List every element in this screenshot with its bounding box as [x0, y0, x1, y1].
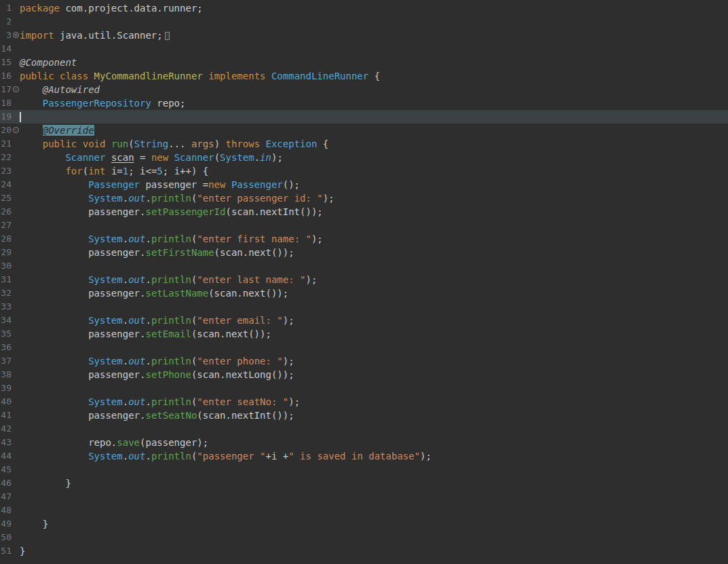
indent: [20, 478, 65, 489]
code-text: [20, 504, 728, 517]
code-line[interactable]: 24 Passenger passenger =new Passenger();: [0, 178, 728, 191]
code-line[interactable]: 45: [0, 463, 728, 476]
gutter: 46: [0, 476, 20, 490]
line-number: 18: [0, 96, 12, 110]
code-line[interactable]: 25 System.out.println("enter passenger i…: [0, 191, 728, 205]
indent: [20, 247, 88, 258]
indent: [20, 410, 88, 421]
gutter: 21: [0, 137, 20, 151]
code-text: }: [20, 517, 728, 531]
code-line[interactable]: 20- @Override: [0, 124, 728, 137]
code-line[interactable]: 40 System.out.println("enter seatNo: ");: [0, 395, 728, 409]
code-token: );: [420, 451, 432, 462]
gutter: 28: [0, 232, 20, 246]
code-line[interactable]: 36: [0, 341, 728, 354]
code-text: [20, 42, 728, 56]
indent: [20, 274, 88, 285]
code-token: implements: [208, 71, 265, 81]
gutter: 32: [0, 286, 20, 300]
indent: [20, 451, 88, 462]
code-line[interactable]: 35 passenger.setEmail(scan.next());: [0, 327, 728, 341]
code-line[interactable]: 21 public void run(String... args) throw…: [0, 137, 728, 151]
code-line[interactable]: 33: [0, 300, 728, 314]
code-line[interactable]: 41 passenger.setSeatNo(scan.nextInt());: [0, 409, 728, 422]
code-line[interactable]: 19: [0, 110, 728, 124]
code-line[interactable]: 31 System.out.println("enter last name: …: [0, 273, 728, 286]
code-line[interactable]: 17- @Autowired: [0, 83, 728, 96]
line-number: 39: [0, 381, 12, 395]
fold-minus-icon[interactable]: -: [12, 83, 20, 96]
code-token: passenger.: [88, 369, 145, 380]
code-line[interactable]: 37 System.out.println("enter phone: ");: [0, 354, 728, 368]
fold-spacer: [12, 314, 20, 327]
code-line[interactable]: 22 Scanner scan = new Scanner(System.in)…: [0, 151, 728, 164]
code-line[interactable]: 18 PassengerRepository repo;: [0, 96, 728, 110]
code-line[interactable]: 44 System.out.println("passenger "+i +" …: [0, 449, 728, 463]
fold-plus-icon[interactable]: +: [12, 29, 20, 42]
code-line[interactable]: 16public class MyCommandlineRunner imple…: [0, 69, 728, 83]
code-line[interactable]: 29 passenger.setFirstName(scan.next());: [0, 246, 728, 259]
gutter: 22: [0, 151, 20, 164]
code-line[interactable]: 26 passenger.setPassengerId(scan.nextInt…: [0, 205, 728, 219]
indent: [20, 519, 43, 529]
code-text: }: [20, 544, 728, 558]
indent: [20, 396, 88, 407]
code-line[interactable]: 2: [0, 15, 728, 29]
code-line[interactable]: 23 for(int i=1; i<=5; i++) {: [0, 164, 728, 178]
code-line[interactable]: 43 repo.save(passenger);: [0, 436, 728, 449]
code-token: );: [288, 396, 300, 407]
code-text: passenger.setEmail(scan.next());: [20, 327, 728, 341]
code-line[interactable]: 32 passenger.setLastName(scan.next());: [0, 286, 728, 300]
code-token: args: [191, 138, 214, 149]
code-token: com.project.data.runner;: [60, 3, 203, 14]
code-line[interactable]: 39: [0, 381, 728, 395]
line-number: 33: [0, 300, 12, 314]
code-token: public: [43, 138, 77, 149]
code-line[interactable]: 28 System.out.println("enter first name:…: [0, 232, 728, 246]
fold-toggle-glyph: +: [13, 32, 19, 38]
code-line[interactable]: 49 }: [0, 517, 728, 531]
line-number: 27: [0, 219, 12, 232]
code-token: );: [283, 356, 294, 366]
code-line[interactable]: 27: [0, 219, 728, 232]
code-line[interactable]: 34 System.out.println("enter email: ");: [0, 314, 728, 327]
code-token: System: [88, 315, 123, 326]
code-line[interactable]: 48: [0, 504, 728, 517]
code-token: }: [43, 519, 48, 529]
code-line[interactable]: 51}: [0, 544, 728, 558]
line-number: 38: [0, 368, 12, 381]
gutter: 33: [0, 300, 20, 314]
code-line[interactable]: 1package com.project.data.runner;: [0, 1, 728, 15]
code-token: System: [88, 233, 123, 244]
code-token: i=: [105, 166, 122, 176]
code-line[interactable]: 14: [0, 42, 728, 56]
code-token: passenger =: [140, 179, 208, 190]
code-token: passenger.: [88, 288, 145, 299]
code-line[interactable]: 50: [0, 531, 728, 544]
fold-spacer: [12, 490, 20, 504]
code-token: (passenger);: [140, 437, 208, 448]
line-number: 30: [0, 259, 12, 273]
code-token: scan: [111, 152, 134, 163]
code-token: }: [65, 478, 71, 489]
code-token: {: [317, 138, 328, 149]
code-line[interactable]: 38 passenger.setPhone(scan.nextLong());: [0, 368, 728, 381]
code-line[interactable]: 46 }: [0, 476, 728, 490]
code-line[interactable]: 47: [0, 490, 728, 504]
code-editor[interactable]: 1package com.project.data.runner;23+impo…: [0, 0, 728, 564]
line-number: 2: [0, 15, 12, 29]
gutter: 18: [0, 96, 20, 110]
code-line[interactable]: 3+import java.util.Scanner;: [0, 29, 728, 42]
line-number: 15: [0, 56, 12, 69]
code-line[interactable]: 42: [0, 422, 728, 436]
code-token: passenger.: [88, 206, 145, 217]
gutter: 35: [0, 327, 20, 341]
fold-minus-icon[interactable]: -: [12, 124, 20, 137]
indent: [20, 193, 88, 204]
code-token: setFirstName: [145, 247, 214, 258]
code-token: System: [88, 396, 123, 407]
gutter: 15: [0, 56, 20, 69]
indent: [20, 315, 88, 326]
code-line[interactable]: 30: [0, 259, 728, 273]
code-line[interactable]: 15@Component: [0, 56, 728, 69]
